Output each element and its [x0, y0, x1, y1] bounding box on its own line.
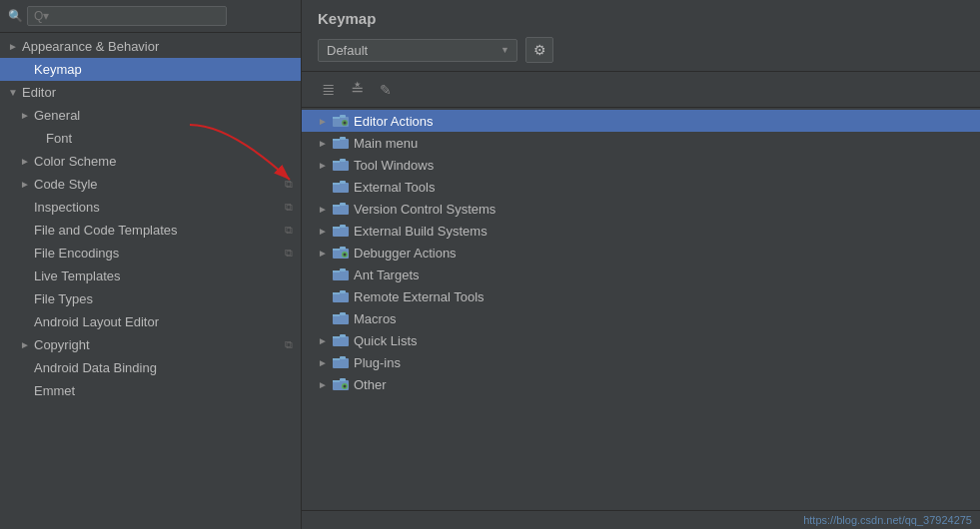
- tree-item-plugins[interactable]: Plug-ins: [302, 351, 980, 373]
- page-title: Keymap: [318, 10, 964, 27]
- tree-item-external-tools[interactable]: External Tools: [302, 176, 980, 198]
- svg-rect-14: [340, 181, 346, 184]
- folder-icon: [332, 223, 350, 239]
- tree-arrow-icon: [318, 160, 332, 171]
- svg-rect-2: [333, 117, 340, 119]
- sidebar-item-appearance[interactable]: Appearance & Behavior: [0, 35, 301, 58]
- folder-icon: [332, 354, 350, 370]
- svg-rect-3: [340, 115, 346, 118]
- sidebar-item-label: Editor: [22, 85, 293, 100]
- folder-icon: [332, 332, 350, 348]
- sidebar-item-android-layout[interactable]: Android Layout Editor: [0, 310, 301, 333]
- sidebar-item-keymap[interactable]: Keymap: [0, 58, 301, 81]
- url-bar: https://blog.csdn.net/qq_37924275: [302, 510, 980, 529]
- tree-item-label: Plug-ins: [354, 355, 401, 370]
- folder-icon: [332, 135, 350, 151]
- svg-rect-10: [333, 161, 340, 163]
- folder-icon: [332, 201, 350, 217]
- collapse-all-icon: ≛: [351, 80, 364, 99]
- tree-item-quick-lists[interactable]: Quick Lists: [302, 329, 980, 351]
- tree-item-label: Tool Windows: [354, 158, 434, 173]
- svg-rect-37: [340, 334, 346, 337]
- sidebar-item-label: File Encodings: [34, 246, 285, 261]
- svg-rect-11: [340, 159, 346, 162]
- search-icon: 🔍: [8, 9, 23, 23]
- tree-item-ant-targets[interactable]: Ant Targets: [302, 264, 980, 285]
- tree-item-debugger-actions[interactable]: Debugger Actions: [302, 242, 980, 264]
- tree-item-other[interactable]: Other: [302, 373, 980, 395]
- keymap-select[interactable]: Default: [318, 39, 517, 62]
- sidebar-item-label: Copyright: [34, 337, 285, 352]
- sidebar-item-file-types[interactable]: File Types: [0, 287, 301, 310]
- sidebar-item-code-style[interactable]: Code Style ⧉: [0, 173, 301, 196]
- copy-icon: ⧉: [285, 201, 293, 214]
- sidebar-item-general[interactable]: General: [0, 104, 301, 127]
- svg-rect-43: [340, 378, 346, 381]
- sidebar-item-color-scheme[interactable]: Color Scheme: [0, 150, 301, 173]
- sidebar-item-label: Keymap: [34, 62, 293, 77]
- svg-rect-27: [333, 270, 340, 272]
- svg-rect-23: [340, 247, 346, 250]
- tree-item-macros[interactable]: Macros: [302, 307, 980, 329]
- arrow-icon: [8, 41, 22, 52]
- arrow-icon: [20, 179, 34, 190]
- expand-all-icon: ≣: [322, 80, 335, 99]
- tree-item-main-menu[interactable]: Main menu: [302, 132, 980, 154]
- gear-button[interactable]: ⚙: [525, 37, 553, 63]
- content-header: Keymap Default ⚙: [302, 0, 980, 72]
- tree-arrow-icon: [318, 357, 332, 368]
- sidebar-item-file-encodings[interactable]: File Encodings ⧉: [0, 242, 301, 264]
- tree-item-label: Main menu: [354, 136, 418, 151]
- toolbar-row: ≣ ≛ ✎: [302, 72, 980, 108]
- arrow-icon: [8, 87, 22, 98]
- svg-rect-36: [333, 336, 340, 338]
- sidebar-item-label: Live Templates: [34, 268, 293, 283]
- sidebar-item-file-code-templates[interactable]: File and Code Templates ⧉: [0, 219, 301, 242]
- sidebar: 🔍 Appearance & Behavior Keymap Editor: [0, 0, 302, 529]
- search-input[interactable]: [27, 6, 227, 26]
- folder-gear-icon: [332, 113, 350, 129]
- sidebar-item-copyright[interactable]: Copyright ⧉: [0, 333, 301, 356]
- keymap-select-wrapper: Default: [318, 39, 517, 62]
- sidebar-item-font[interactable]: Font: [0, 127, 301, 150]
- folder-icon: [332, 310, 350, 326]
- sidebar-item-android-data[interactable]: Android Data Binding: [0, 356, 301, 379]
- search-bar: 🔍: [0, 0, 301, 33]
- tree-item-tool-windows[interactable]: Tool Windows: [302, 154, 980, 176]
- url-text: https://blog.csdn.net/qq_37924275: [803, 514, 972, 526]
- folder-icon: [332, 288, 350, 304]
- tree-arrow-icon: [318, 335, 332, 346]
- svg-point-45: [344, 385, 347, 388]
- arrow-icon: [20, 110, 34, 121]
- sidebar-item-live-templates[interactable]: Live Templates: [0, 264, 301, 287]
- svg-rect-40: [340, 356, 346, 359]
- keymap-tree: Editor Actions Main menu: [302, 108, 980, 510]
- sidebar-item-emmet[interactable]: Emmet: [0, 379, 301, 402]
- sidebar-item-label: Emmet: [34, 383, 293, 398]
- copy-icon: ⧉: [285, 178, 293, 191]
- tree-item-editor-actions[interactable]: Editor Actions: [302, 110, 980, 132]
- svg-rect-42: [333, 380, 340, 382]
- collapse-all-button[interactable]: ≛: [347, 78, 368, 101]
- tree-item-version-control[interactable]: Version Control Systems: [302, 198, 980, 220]
- tree-arrow-icon: [318, 379, 332, 390]
- tree-item-label: Remote External Tools: [354, 289, 485, 304]
- tree-item-external-build[interactable]: External Build Systems: [302, 220, 980, 242]
- svg-rect-16: [333, 205, 340, 207]
- folder-icon: [332, 179, 350, 195]
- sidebar-item-inspections[interactable]: Inspections ⧉: [0, 196, 301, 219]
- tree-item-label: Other: [354, 377, 387, 392]
- tree-item-remote-external[interactable]: Remote External Tools: [302, 285, 980, 307]
- svg-rect-19: [333, 227, 340, 229]
- folder-gear-icon: [332, 376, 350, 392]
- sidebar-item-editor[interactable]: Editor: [0, 81, 301, 104]
- edit-button[interactable]: ✎: [376, 80, 396, 100]
- tree-item-label: Quick Lists: [354, 333, 418, 348]
- tree-item-label: Version Control Systems: [354, 202, 495, 217]
- tree-item-label: External Build Systems: [354, 224, 488, 239]
- arrow-icon: [20, 339, 34, 350]
- sidebar-item-label: Inspections: [34, 200, 285, 215]
- expand-all-button[interactable]: ≣: [318, 78, 339, 101]
- svg-rect-17: [340, 203, 346, 206]
- keymap-controls: Default ⚙: [318, 37, 964, 63]
